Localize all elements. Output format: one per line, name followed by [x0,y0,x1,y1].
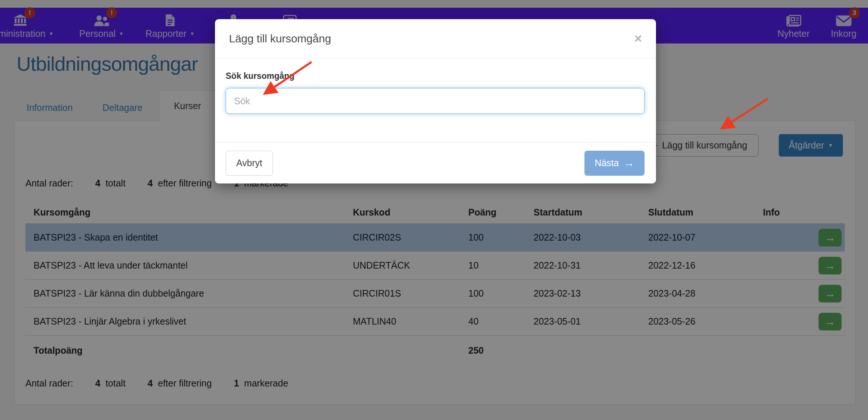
modal-header: Lägg till kursomgång × [215,19,656,59]
next-button[interactable]: Nästa → [584,151,645,176]
add-kursomgang-modal: Lägg till kursomgång × Sök kursomgång Av… [215,19,656,183]
search-input[interactable] [226,88,645,114]
modal-body: Sök kursomgång [215,59,656,142]
modal-title: Lägg till kursomgång [229,32,331,45]
close-icon[interactable]: × [634,32,642,45]
search-label: Sök kursomgång [226,71,645,81]
arrow-right-icon: → [624,157,634,169]
cancel-button[interactable]: Avbryt [226,151,273,176]
modal-footer: Avbryt Nästa → [215,142,656,183]
